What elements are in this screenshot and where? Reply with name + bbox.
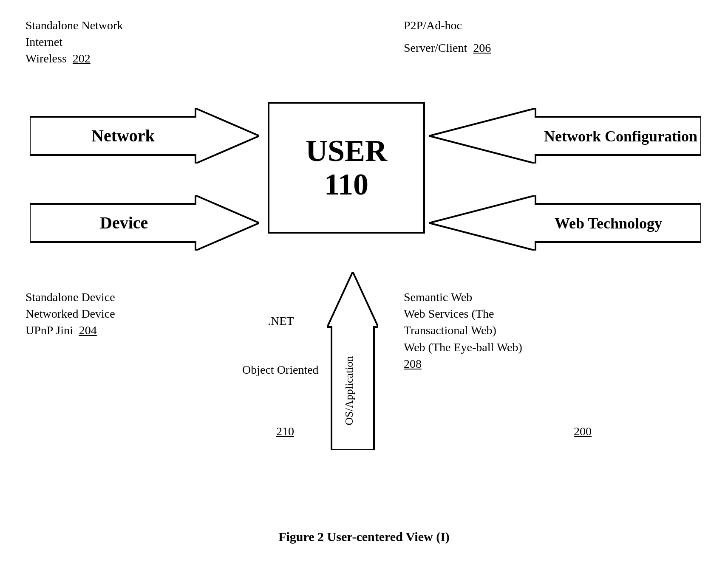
web-services-label: Web Services (The bbox=[404, 305, 522, 322]
bottom-left-labels: Standalone Device Networked Device UPnP … bbox=[25, 289, 115, 339]
standalone-network-label: Standalone Network bbox=[25, 17, 123, 34]
user-title: USER 110 bbox=[306, 134, 387, 201]
upnp-jini-label: UPnP Jini 204 bbox=[25, 322, 115, 338]
device-arrow: Device bbox=[30, 195, 259, 251]
ref-210: 210 bbox=[276, 425, 294, 438]
network-config-arrow: Network Configuration bbox=[429, 108, 701, 164]
figure-caption: Figure 2 User-centered View (I) bbox=[0, 530, 728, 544]
p2p-adhoc-label: P2P/Ad-hoc bbox=[404, 17, 491, 34]
network-arrow: Network bbox=[30, 108, 259, 164]
svg-text:OS/Application: OS/Application bbox=[343, 356, 355, 425]
svg-text:Web Technology: Web Technology bbox=[555, 215, 662, 232]
server-client-label: Server/Client 206 bbox=[404, 39, 491, 56]
networked-device-label: Networked Device bbox=[25, 305, 115, 322]
ref-200: 200 bbox=[574, 425, 592, 438]
svg-text:Device: Device bbox=[100, 213, 148, 232]
svg-text:Network: Network bbox=[91, 126, 155, 145]
object-oriented-label: Object Oriented bbox=[242, 363, 319, 377]
standalone-device-label: Standalone Device bbox=[25, 289, 115, 305]
bottom-right-labels: Semantic Web Web Services (The Transacti… bbox=[404, 289, 522, 372]
user-box: USER 110 bbox=[268, 102, 425, 234]
os-application-arrow: OS/Application bbox=[327, 272, 378, 450]
top-left-labels: Standalone Network Internet Wireless 202 bbox=[25, 17, 123, 67]
internet-label: Internet bbox=[25, 34, 123, 50]
eye-ball-web-label: Web (The Eye-ball Web) bbox=[404, 339, 522, 355]
web-technology-arrow: Web Technology bbox=[429, 195, 701, 251]
transactional-web-label: Transactional Web) bbox=[404, 322, 522, 338]
semantic-web-label: Semantic Web bbox=[404, 289, 522, 305]
web-tech-ref: 208 bbox=[404, 355, 522, 372]
svg-text:Network Configuration: Network Configuration bbox=[544, 128, 697, 145]
dotnet-label: .NET bbox=[268, 314, 294, 328]
top-right-labels: P2P/Ad-hoc Server/Client 206 bbox=[404, 17, 491, 56]
wireless-label: Wireless 202 bbox=[25, 50, 123, 67]
